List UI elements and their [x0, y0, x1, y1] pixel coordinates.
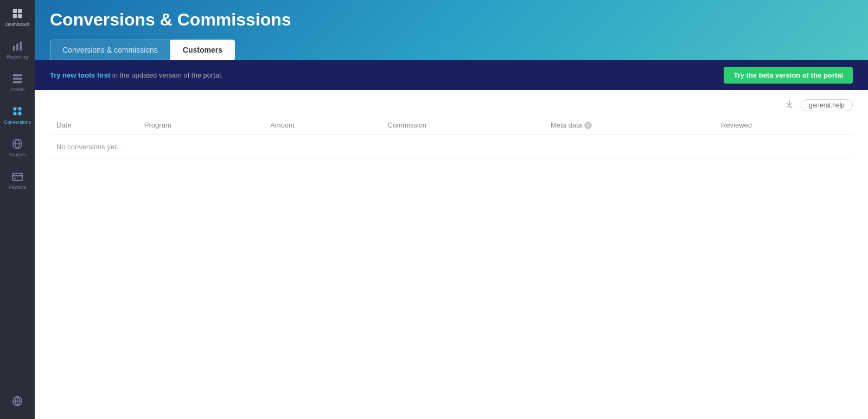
- col-reviewed: Reviewed: [714, 116, 853, 135]
- table-header: Date Program Amount Commission Meta data…: [50, 116, 853, 135]
- svg-rect-4: [13, 46, 15, 50]
- svg-rect-0: [13, 9, 17, 13]
- beta-banner-text: Try new tools first in the updated versi…: [50, 71, 223, 79]
- sidebar-item-assets[interactable]: Assets: [0, 65, 35, 98]
- sidebar-item-global[interactable]: [11, 388, 23, 412]
- page-title: Conversions & Commissions: [50, 10, 853, 30]
- sidebar: Dashboard Reporting Assets Conversions S…: [0, 0, 35, 419]
- col-amount: Amount: [264, 116, 381, 135]
- meta-data-info-icon: i: [584, 122, 592, 129]
- sidebar-item-conversions[interactable]: Conversions: [0, 98, 35, 130]
- sources-icon: [11, 138, 23, 150]
- svg-rect-3: [18, 14, 22, 18]
- empty-state-message: No conversions yet...: [50, 135, 853, 159]
- main-content: Conversions & Commissions Conversions & …: [35, 0, 868, 419]
- conversions-table-container: Date Program Amount Commission Meta data…: [35, 116, 868, 159]
- col-date: Date: [50, 116, 138, 135]
- sidebar-item-sources[interactable]: Sources: [0, 130, 35, 163]
- sidebar-assets-label: Assets: [10, 87, 24, 92]
- help-badge[interactable]: general.help: [801, 99, 853, 111]
- beta-highlight-text: Try new tools first: [50, 71, 110, 79]
- sidebar-sources-label: Sources: [8, 152, 26, 157]
- sidebar-item-reporting[interactable]: Reporting: [0, 33, 35, 65]
- page-header: Conversions & Commissions Conversions & …: [35, 0, 868, 60]
- beta-rest-text: in the updated version of the portal.: [110, 71, 222, 79]
- conversions-icon: [11, 105, 23, 117]
- col-program: Program: [138, 116, 264, 135]
- sidebar-payouts-label: Payouts: [9, 185, 27, 190]
- conversions-table: Date Program Amount Commission Meta data…: [50, 116, 853, 159]
- sidebar-item-payouts[interactable]: Payouts: [0, 163, 35, 195]
- table-body: No conversions yet...: [50, 135, 853, 159]
- empty-state-row: No conversions yet...: [50, 135, 853, 159]
- toolbar: general.help: [35, 90, 868, 116]
- svg-rect-6: [20, 42, 22, 51]
- sidebar-bottom: [11, 388, 23, 419]
- tab-customers[interactable]: Customers: [170, 40, 235, 60]
- col-meta-data: Meta data i: [544, 116, 714, 135]
- assets-icon: [11, 73, 23, 85]
- sidebar-item-dashboard[interactable]: Dashboard: [0, 0, 35, 33]
- reporting-icon: [11, 40, 23, 52]
- col-commission: Commission: [381, 116, 544, 135]
- globe-icon: [11, 395, 23, 407]
- beta-version-button[interactable]: Try the beta version of the portal: [724, 67, 853, 84]
- svg-rect-5: [16, 43, 18, 50]
- dashboard-icon: [11, 8, 23, 20]
- svg-rect-15: [14, 178, 16, 179]
- beta-banner: Try new tools first in the updated versi…: [35, 60, 868, 90]
- svg-rect-1: [18, 9, 22, 13]
- sidebar-conversions-label: Conversions: [4, 119, 31, 125]
- sidebar-dashboard-label: Dashboard: [5, 22, 29, 27]
- svg-rect-7: [13, 74, 22, 77]
- content-area: general.help Date Program Amount Commiss…: [35, 90, 868, 419]
- svg-rect-14: [12, 175, 22, 176]
- sidebar-reporting-label: Reporting: [7, 54, 28, 60]
- tab-conversions-commissions[interactable]: Conversions & commissions: [50, 40, 170, 60]
- svg-rect-9: [13, 81, 22, 84]
- payouts-icon: [11, 170, 23, 182]
- tab-bar: Conversions & commissions Customers: [50, 40, 853, 60]
- svg-rect-13: [12, 174, 22, 181]
- svg-rect-8: [13, 78, 22, 80]
- svg-rect-2: [13, 14, 17, 18]
- download-icon[interactable]: [784, 99, 794, 111]
